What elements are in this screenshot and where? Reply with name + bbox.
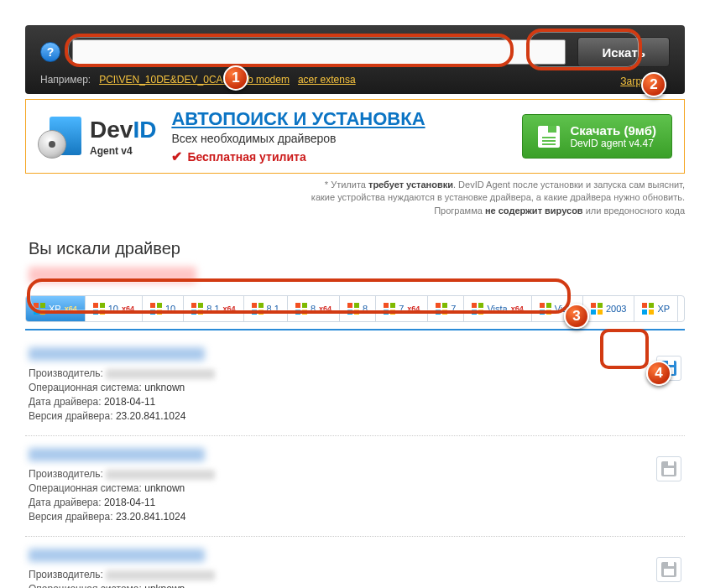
os-tab-7-x64[interactable]: 7x64 xyxy=(376,296,428,321)
os-tab-Vista-x64[interactable]: Vistax64 xyxy=(464,296,531,321)
date-label: Дата драйвера: xyxy=(29,396,102,408)
download-agent-button[interactable]: Скачать (9мб) DevID agent v4.47 xyxy=(522,114,672,159)
example-link-1[interactable]: PCI\VEN_10DE&DEV_0CA3 xyxy=(99,74,228,86)
windows-icon xyxy=(347,303,359,315)
tabs-underline xyxy=(25,329,685,330)
windows-icon xyxy=(436,303,447,315)
os-tab-8-x64[interactable]: 8x64 xyxy=(288,296,340,321)
version-value: 23.20.841.1024 xyxy=(116,410,185,422)
os-tab-2003[interactable]: 2003 xyxy=(583,296,634,321)
os-tab-10-x64[interactable]: 10x64 xyxy=(86,296,143,321)
os-tab-label: 7 xyxy=(451,304,456,314)
search-query-redacted xyxy=(29,267,196,284)
driver-row: Производитель: Операционная система: unk… xyxy=(25,436,685,537)
windows-icon xyxy=(252,303,264,315)
os-tab-2000[interactable]: 2000 xyxy=(678,296,685,321)
os-tab-label: 10 xyxy=(108,304,118,314)
promo-logo: DevID Agent v4 xyxy=(38,115,156,159)
x64-badge: x64 xyxy=(511,304,524,313)
manufacturer-label: Производитель: xyxy=(29,367,103,379)
x64-badge: x64 xyxy=(65,304,77,313)
os-tab-label: 8.1 xyxy=(267,304,279,314)
driver-name-redacted xyxy=(29,549,205,562)
driver-row: Производитель: Операционная система: unk… xyxy=(25,336,685,436)
promo-free-line: ✔Бесплатная утилита xyxy=(171,148,507,164)
promo-note: * Утилита требует установки. DevID Agent… xyxy=(25,179,685,217)
floppy-icon xyxy=(661,562,676,577)
brand-part1: Dev xyxy=(90,117,133,143)
manufacturer-label: Производитель: xyxy=(29,569,103,580)
x64-badge: x64 xyxy=(223,304,236,313)
search-input[interactable] xyxy=(72,39,566,65)
os-tab-label: XP xyxy=(657,304,670,314)
os-tab-label: 8 xyxy=(363,304,368,314)
manufacturer-value-redacted xyxy=(106,470,215,480)
os-tab-10[interactable]: 10 xyxy=(143,296,184,321)
manufacturer-value-redacted xyxy=(106,570,215,580)
download-agent-title: Скачать (9мб) xyxy=(570,123,656,138)
os-tab-label: 10 xyxy=(165,304,175,314)
driver-name-redacted xyxy=(29,347,205,361)
save-driver-button[interactable] xyxy=(656,557,681,582)
date-value: 2018-04-11 xyxy=(104,396,155,408)
windows-icon xyxy=(295,303,307,315)
os-value: unknown xyxy=(144,382,185,393)
promo-subtitle: Всех необходимых драйверов xyxy=(171,132,507,145)
x64-badge: x64 xyxy=(122,304,134,313)
os-tab-8-1-x64[interactable]: 8.1x64 xyxy=(184,296,243,321)
windows-icon xyxy=(642,303,654,315)
callout-3: 3 xyxy=(564,304,589,329)
os-tab-7[interactable]: 7 xyxy=(428,296,464,321)
callout-1: 1 xyxy=(223,65,248,91)
examples-row: Например: PCI\VEN_10DE&DEV_0CA3 usb mode… xyxy=(40,74,670,86)
os-tab-8[interactable]: 8 xyxy=(340,296,376,321)
windows-icon xyxy=(93,303,105,315)
example-link-3[interactable]: acer extensa xyxy=(298,74,356,86)
driver-name-redacted xyxy=(29,448,205,461)
top-search-bar: ? Искать Например: PCI\VEN_10DE&DEV_0CA3… xyxy=(25,25,685,94)
date-label: Дата драйвера: xyxy=(29,497,102,508)
windows-icon xyxy=(34,303,45,315)
os-tab-label: XP xyxy=(49,304,61,314)
os-value: unknown xyxy=(144,583,185,588)
os-label: Операционная система: xyxy=(29,583,142,588)
search-button[interactable]: Искать xyxy=(577,37,670,67)
driver-list: Производитель: Операционная система: unk… xyxy=(25,336,685,588)
save-driver-button[interactable] xyxy=(656,456,681,481)
save-big-icon xyxy=(538,126,560,148)
callout-2: 2 xyxy=(641,72,666,97)
os-tab-8-1[interactable]: 8.1 xyxy=(244,296,288,321)
manufacturer-value-redacted xyxy=(106,369,215,379)
os-tab-label: 8 xyxy=(311,304,316,314)
windows-icon xyxy=(384,303,395,315)
version-value: 23.20.841.1024 xyxy=(116,511,185,523)
os-tab-label: Vista xyxy=(487,304,507,314)
windows-icon xyxy=(150,303,162,315)
os-label: Операционная система: xyxy=(29,482,142,494)
floppy-icon xyxy=(661,461,676,476)
agent-version-label: Agent v4 xyxy=(90,145,156,157)
os-tab-XP[interactable]: XP xyxy=(634,296,678,321)
examples-label: Например: xyxy=(40,74,91,86)
download-agent-version: DevID agent v4.47 xyxy=(570,138,656,149)
os-label: Операционная система: xyxy=(29,382,142,393)
promo-title-link[interactable]: АВТОПОИСК И УСТАНОВКА xyxy=(171,108,425,130)
disc-icon xyxy=(38,115,81,159)
agent-promo: DevID Agent v4 АВТОПОИСК И УСТАНОВКА Все… xyxy=(25,99,685,174)
manufacturer-label: Производитель: xyxy=(29,468,103,480)
windows-icon xyxy=(540,303,551,315)
os-tab-label: 8.1 xyxy=(206,304,219,314)
date-value: 2018-04-11 xyxy=(104,497,155,508)
version-label: Версия драйвера: xyxy=(29,511,113,523)
windows-icon xyxy=(191,303,203,315)
os-tab-label: 2003 xyxy=(606,304,626,314)
windows-icon xyxy=(472,303,483,315)
driver-row: Производитель: Операционная система: unk… xyxy=(25,537,685,588)
callout-4: 4 xyxy=(646,361,671,386)
os-value: unknown xyxy=(144,482,185,494)
brand-part2: ID xyxy=(133,117,156,143)
os-tab-XP-x64[interactable]: XPx64 xyxy=(26,296,86,321)
x64-badge: x64 xyxy=(319,304,332,313)
help-icon[interactable]: ? xyxy=(40,42,60,62)
x64-badge: x64 xyxy=(407,304,420,313)
